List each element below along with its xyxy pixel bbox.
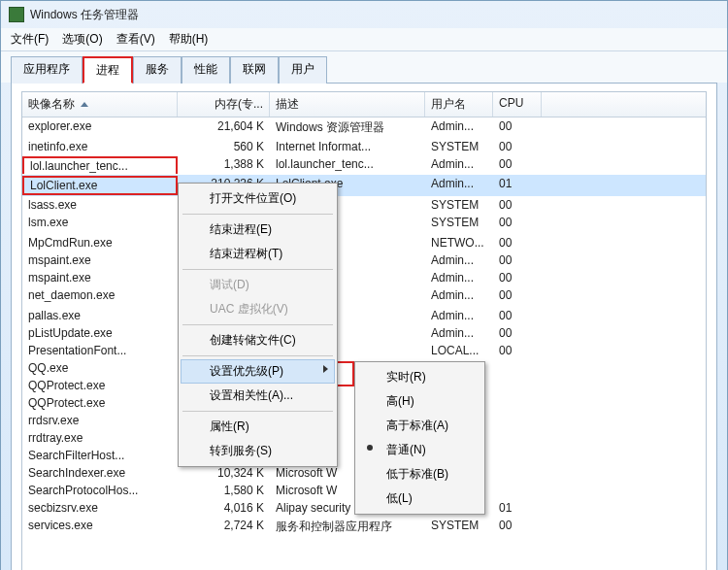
- separator: [182, 411, 333, 412]
- context-menu[interactable]: 打开文件位置(O) 结束进程(E) 结束进程树(T) 调试(D) UAC 虚拟化…: [178, 183, 338, 467]
- table-row[interactable]: lsm.exe器服务SYSTEM00: [22, 214, 706, 234]
- cell-cpu: 01: [493, 176, 542, 195]
- cell-cpu: [493, 483, 542, 498]
- cell-user: Admin...: [425, 252, 493, 268]
- cell-image-name: lol.launcher_tenc...: [22, 156, 178, 174]
- cell-cpu: 00: [493, 118, 542, 137]
- cell-user: NETWO...: [425, 235, 493, 251]
- cell-user: Admin...: [425, 118, 493, 137]
- cell-mem: 21,604 K: [178, 118, 270, 137]
- app-icon: [9, 7, 24, 22]
- cell-image-name: pListUpdate.exe: [22, 325, 178, 341]
- col-memory[interactable]: 内存(专...: [178, 92, 270, 117]
- table-row[interactable]: PresentationFont...nFontC...LOCAL...00: [22, 342, 706, 359]
- cell-image-name: SearchProtocolHos...: [22, 483, 178, 498]
- cell-image-name: net_daemon.exe: [22, 287, 178, 306]
- cell-cpu: [493, 413, 542, 428]
- cell-cpu: 00: [493, 308, 542, 323]
- cell-image-name: explorer.exe: [22, 118, 178, 137]
- cell-cpu: 01: [493, 500, 542, 516]
- mi-create-dump[interactable]: 创建转储文件(C): [181, 328, 335, 352]
- cell-cpu: [493, 465, 542, 481]
- menu-options[interactable]: 选项(O): [62, 31, 102, 48]
- cell-cpu: 00: [493, 287, 542, 306]
- radio-checked-icon: [367, 445, 373, 451]
- table-row[interactable]: mspaint.exeAdmin...00: [22, 251, 706, 269]
- cell-image-name: QQProtect.exe: [22, 395, 178, 411]
- cell-cpu: [493, 448, 542, 463]
- cell-cpu: [493, 395, 542, 411]
- mi-priority-above-normal[interactable]: 高于标准(A): [357, 414, 482, 438]
- cell-cpu: 00: [493, 197, 542, 213]
- table-row[interactable]: pListUpdate.exeAdmin...00: [22, 324, 706, 342]
- mi-priority-normal[interactable]: 普通(N): [357, 438, 482, 462]
- menu-view[interactable]: 查看(V): [116, 31, 155, 48]
- table-row[interactable]: explorer.exe21,604 KWindows 资源管理器Admin..…: [22, 117, 706, 138]
- cell-cpu: [493, 430, 542, 446]
- mi-priority-high[interactable]: 高(H): [357, 389, 482, 414]
- tab-processes[interactable]: 进程: [83, 56, 133, 84]
- cell-user: Admin...: [425, 308, 493, 323]
- col-username[interactable]: 用户名: [425, 92, 493, 117]
- cell-cpu: [493, 360, 542, 376]
- cell-mem: 10,324 K: [178, 465, 270, 481]
- cell-cpu: 00: [493, 215, 542, 233]
- table-row[interactable]: net_daemon.exe理和发...Admin...00: [22, 286, 706, 307]
- col-description[interactable]: 描述: [270, 92, 425, 117]
- cell-image-name: lsass.exe: [22, 197, 178, 213]
- mi-priority-low[interactable]: 低(L): [357, 486, 482, 511]
- separator: [182, 324, 333, 325]
- mi-uac-virtualization: UAC 虚拟化(V): [181, 297, 335, 321]
- table-row[interactable]: MpCmdRun.exealware...NETWO...00: [22, 234, 706, 251]
- mi-set-priority[interactable]: 设置优先级(P): [181, 359, 335, 384]
- priority-submenu[interactable]: 实时(R) 高(H) 高于标准(A) 普通(N) 低于标准(B) 低(L): [354, 361, 485, 515]
- mi-set-affinity[interactable]: 设置相关性(A)...: [181, 384, 335, 408]
- cell-image-name: inetinfo.exe: [22, 139, 178, 154]
- cell-desc: lol.launcher_tenc...: [270, 156, 425, 174]
- mi-properties[interactable]: 属性(R): [181, 415, 335, 439]
- window-title: Windows 任务管理器: [30, 7, 139, 23]
- tab-performance[interactable]: 性能: [182, 56, 230, 84]
- cell-user: SYSTEM: [425, 139, 493, 154]
- mi-priority-below-normal[interactable]: 低于标准(B): [357, 462, 482, 486]
- table-row[interactable]: pallas.exePallasAdmin...00: [22, 307, 706, 324]
- cell-image-name: rrdtray.exe: [22, 430, 178, 446]
- table-row[interactable]: inetinfo.exe560 KInternet Informat...SYS…: [22, 138, 706, 155]
- mi-goto-service[interactable]: 转到服务(S): [181, 439, 335, 463]
- mi-open-location[interactable]: 打开文件位置(O): [181, 186, 335, 211]
- mi-end-process-tree[interactable]: 结束进程树(T): [181, 242, 335, 266]
- cell-user: SYSTEM: [425, 518, 493, 536]
- cell-image-name: MpCmdRun.exe: [22, 235, 178, 251]
- table-row[interactable]: LolClient.exe210,236 KLolClient.exeAdmin…: [22, 175, 706, 196]
- tab-network[interactable]: 联网: [230, 56, 279, 84]
- tab-users[interactable]: 用户: [279, 56, 327, 84]
- cell-user: LOCAL...: [425, 343, 493, 358]
- cell-image-name: SearchIndexer.exe: [22, 465, 178, 481]
- col-image-name[interactable]: 映像名称: [22, 92, 178, 117]
- cell-image-name: lsm.exe: [22, 215, 178, 233]
- cell-user: Admin...: [425, 156, 493, 174]
- cell-mem: 1,388 K: [178, 156, 270, 174]
- tab-services[interactable]: 服务: [133, 56, 182, 84]
- cell-image-name: QQProtect.exe: [22, 378, 178, 393]
- cell-user: SYSTEM: [425, 197, 493, 213]
- tab-applications[interactable]: 应用程序: [11, 56, 83, 84]
- separator: [182, 214, 333, 215]
- mi-end-process[interactable]: 结束进程(E): [181, 218, 335, 242]
- cell-desc: Internet Informat...: [270, 139, 425, 154]
- col-cpu[interactable]: CPU: [493, 92, 542, 117]
- table-row[interactable]: lol.launcher_tenc...1,388 Klol.launcher_…: [22, 155, 706, 175]
- mi-priority-realtime[interactable]: 实时(R): [357, 365, 482, 389]
- cell-user: Admin...: [425, 287, 493, 306]
- process-listview[interactable]: 映像名称 内存(专... 描述 用户名 CPU explorer.exe21,6…: [21, 91, 707, 570]
- table-row[interactable]: lsass.exeity Au...SYSTEM00: [22, 196, 706, 214]
- menu-file[interactable]: 文件(F): [11, 31, 49, 48]
- cell-desc: 服务和控制器应用程序: [270, 518, 425, 536]
- cell-image-name: QQ.exe: [22, 360, 178, 376]
- menu-help[interactable]: 帮助(H): [169, 31, 209, 48]
- table-row[interactable]: services.exe2,724 K服务和控制器应用程序SYSTEM00: [22, 517, 706, 537]
- cell-user: Admin...: [425, 270, 493, 285]
- cell-cpu: 00: [493, 156, 542, 174]
- menubar: 文件(F) 选项(O) 查看(V) 帮助(H): [1, 28, 727, 51]
- table-row[interactable]: mspaint.exeAdmin...00: [22, 269, 706, 286]
